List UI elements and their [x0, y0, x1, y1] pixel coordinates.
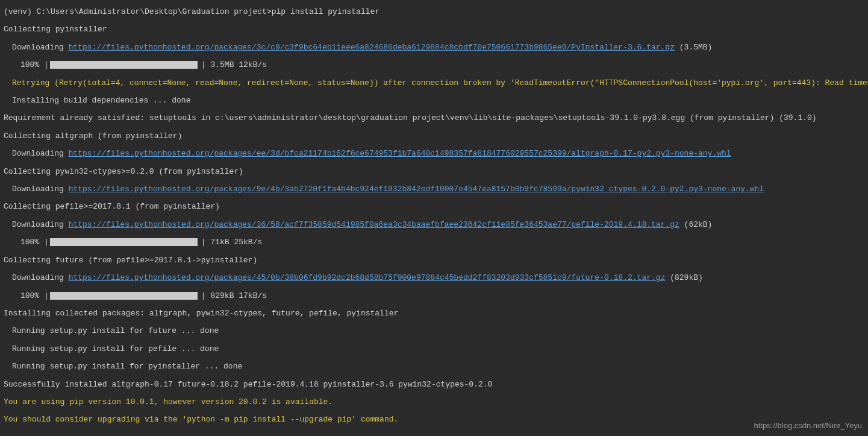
progress-pct: 100%	[20, 60, 44, 69]
collecting-pywin32-line: Collecting pywin32-ctypes>=0.2.0 (from p…	[4, 165, 864, 179]
progress-line-2: 100% || 71kB 25kB/s	[4, 235, 864, 250]
speed-text: 829kB 17kB/s	[206, 291, 267, 300]
download-altgraph-line: Downloading https://files.pythonhosted.o…	[4, 147, 864, 160]
progress-line: 100% || 3.5MB 12kB/s	[4, 58, 864, 72]
pipe-char: |	[201, 291, 206, 300]
pipe-char: |	[44, 60, 49, 69]
progress-pct: 100%	[20, 238, 44, 247]
progress-bar-icon	[50, 238, 198, 246]
pipe-char: |	[44, 291, 49, 300]
collecting-line: Collecting pyinstaller	[4, 22, 864, 36]
pywin32-url-link[interactable]: https://files.pythonhosted.org/packages/…	[69, 185, 764, 194]
prompt-line: (venv) C:\Users\Administrator\Desktop\Gr…	[4, 5, 864, 19]
future-url-link[interactable]: https://files.pythonhosted.org/packages/…	[69, 273, 666, 282]
download-future-line: Downloading https://files.pythonhosted.o…	[4, 271, 864, 285]
terminal-output[interactable]: (venv) C:\Users\Administrator\Desktop\Gr…	[4, 5, 864, 427]
altgraph-url-link[interactable]: https://files.pythonhosted.org/packages/…	[69, 149, 731, 158]
download-label: Downloading	[12, 43, 69, 52]
download-pywin32-line: Downloading https://files.pythonhosted.o…	[4, 182, 864, 196]
size-text: (3.5MB)	[675, 43, 712, 52]
pipe-char: |	[201, 60, 206, 69]
progress-line-3: 100% || 829kB 17kB/s	[4, 289, 864, 303]
pip-warn1-line: You are using pip version 10.0.1, howeve…	[4, 395, 864, 409]
download-label: Downloading	[12, 220, 69, 229]
progress-bar-icon	[50, 292, 198, 300]
size-text: (62kB)	[679, 220, 713, 229]
installing-packages-line: Installing collected packages: altgraph,…	[4, 306, 864, 320]
download-line: Downloading https://files.pythonhosted.o…	[4, 40, 864, 54]
running-pyinstaller-line: Running setup.py install for pyinstaller…	[4, 359, 864, 373]
collecting-altgraph-line: Collecting altgraph (from pyinstaller)	[4, 129, 864, 143]
pyinstaller-url-link[interactable]: https://files.pythonhosted.org/packages/…	[69, 43, 675, 52]
retry-warning-line: Retrying (Retry(total=4, connect=None, r…	[4, 76, 864, 90]
pefile-url-link[interactable]: https://files.pythonhosted.org/packages/…	[69, 220, 679, 229]
progress-pct: 100%	[20, 291, 44, 300]
req-satisfied-line: Requirement already satisfied: setuptool…	[4, 111, 864, 125]
running-future-line: Running setup.py install for future ... …	[4, 324, 864, 338]
success-line: Successfully installed altgraph-0.17 fut…	[4, 378, 864, 391]
download-label: Downloading	[12, 273, 69, 282]
watermark-text: https://blog.csdn.net/Nire_Yeyu	[754, 419, 862, 432]
build-deps-line: Installing build dependencies ... done	[4, 93, 864, 107]
pipe-char: |	[44, 238, 49, 247]
download-pefile-line: Downloading https://files.pythonhosted.o…	[4, 218, 864, 232]
pip-warn2-line: You should consider upgrading via the 'p…	[4, 412, 864, 426]
collecting-future-line: Collecting future (from pefile>=2017.8.1…	[4, 253, 864, 267]
speed-text: 3.5MB 12kB/s	[206, 60, 267, 69]
running-pefile-line: Running setup.py install for pefile ... …	[4, 342, 864, 356]
collecting-pefile-line: Collecting pefile>=2017.8.1 (from pyinst…	[4, 200, 864, 213]
progress-bar-icon	[50, 61, 198, 69]
size-text: (829kB)	[665, 273, 702, 282]
pipe-char: |	[201, 238, 206, 247]
speed-text: 71kB 25kB/s	[206, 238, 263, 247]
download-label: Downloading	[12, 149, 69, 158]
download-label: Downloading	[12, 185, 69, 194]
